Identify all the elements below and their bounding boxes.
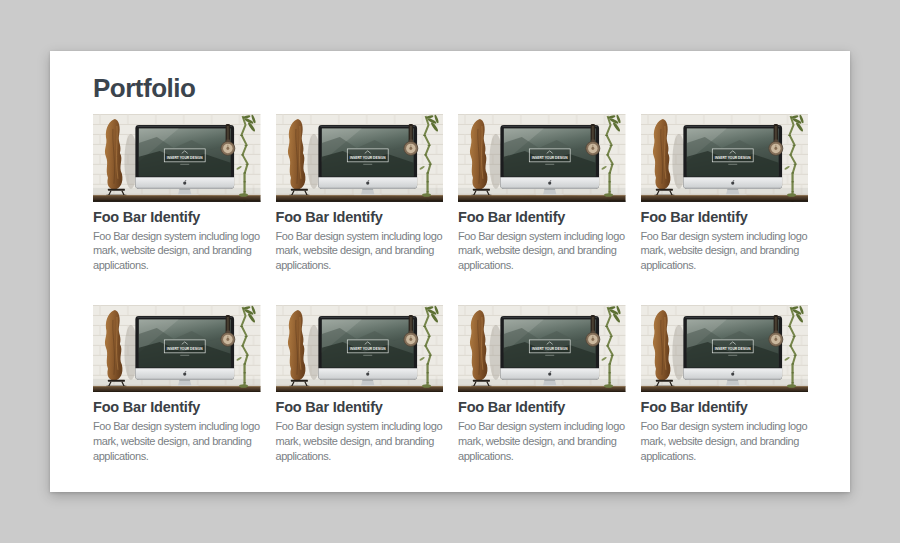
portfolio-item[interactable]: INSERT YOUR DESIGN Foo Bar Identify Foo … (458, 114, 626, 273)
portfolio-thumbnail[interactable]: INSERT YOUR DESIGN (641, 305, 809, 393)
imac-desk-mockup-image: INSERT YOUR DESIGN (93, 114, 261, 202)
portfolio-grid: INSERT YOUR DESIGN Foo Bar Identify Foo … (93, 114, 808, 463)
portfolio-thumbnail[interactable]: INSERT YOUR DESIGN (276, 305, 444, 393)
imac-desk-mockup-image: INSERT YOUR DESIGN (458, 305, 626, 393)
page-title: Portfolio (93, 73, 808, 104)
portfolio-item-title: Foo Bar Identify (93, 209, 261, 225)
portfolio-item-title: Foo Bar Identify (276, 399, 444, 415)
portfolio-item-title: Foo Bar Identify (641, 399, 809, 415)
portfolio-item-description: Foo Bar design system including logo mar… (93, 419, 261, 463)
content-card: Portfolio INSERT YOUR DESIGN Foo Bar Ide… (50, 51, 850, 492)
portfolio-item-description: Foo Bar design system including logo mar… (641, 419, 809, 463)
portfolio-item-description: Foo Bar design system including logo mar… (641, 229, 809, 273)
portfolio-item-title: Foo Bar Identify (458, 209, 626, 225)
imac-desk-mockup-image: INSERT YOUR DESIGN (93, 305, 261, 393)
portfolio-item[interactable]: INSERT YOUR DESIGN Foo Bar Identify Foo … (276, 305, 444, 464)
portfolio-item-title: Foo Bar Identify (276, 209, 444, 225)
screen-overlay-text: INSERT YOUR DESIGN (349, 345, 385, 350)
imac-desk-mockup-image: INSERT YOUR DESIGN (276, 114, 444, 202)
page-background: { "colors": { "page_background": "#cbcbc… (0, 0, 900, 543)
portfolio-item-description: Foo Bar design system including logo mar… (276, 419, 444, 463)
screen-overlay-text: INSERT YOUR DESIGN (532, 345, 568, 350)
portfolio-thumbnail[interactable]: INSERT YOUR DESIGN (93, 114, 261, 202)
portfolio-item[interactable]: INSERT YOUR DESIGN Foo Bar Identify Foo … (641, 114, 809, 273)
portfolio-item-title: Foo Bar Identify (641, 209, 809, 225)
screen-overlay-text: INSERT YOUR DESIGN (349, 155, 385, 160)
portfolio-item-title: Foo Bar Identify (93, 399, 261, 415)
portfolio-item[interactable]: INSERT YOUR DESIGN Foo Bar Identify Foo … (641, 305, 809, 464)
portfolio-thumbnail[interactable]: INSERT YOUR DESIGN (458, 114, 626, 202)
screen-overlay-text: INSERT YOUR DESIGN (167, 345, 203, 350)
portfolio-item-title: Foo Bar Identify (458, 399, 626, 415)
portfolio-item[interactable]: INSERT YOUR DESIGN Foo Bar Identify Foo … (93, 114, 261, 273)
portfolio-item-description: Foo Bar design system including logo mar… (276, 229, 444, 273)
portfolio-thumbnail[interactable]: INSERT YOUR DESIGN (641, 114, 809, 202)
portfolio-item-description: Foo Bar design system including logo mar… (458, 229, 626, 273)
screen-overlay-text: INSERT YOUR DESIGN (714, 155, 750, 160)
screen-overlay-text: INSERT YOUR DESIGN (167, 155, 203, 160)
portfolio-thumbnail[interactable]: INSERT YOUR DESIGN (458, 305, 626, 393)
portfolio-item[interactable]: INSERT YOUR DESIGN Foo Bar Identify Foo … (458, 305, 626, 464)
portfolio-item[interactable]: INSERT YOUR DESIGN Foo Bar Identify Foo … (93, 305, 261, 464)
portfolio-item-description: Foo Bar design system including logo mar… (458, 419, 626, 463)
imac-desk-mockup-image: INSERT YOUR DESIGN (276, 305, 444, 393)
imac-desk-mockup-image: INSERT YOUR DESIGN (458, 114, 626, 202)
portfolio-item-description: Foo Bar design system including logo mar… (93, 229, 261, 273)
portfolio-item[interactable]: INSERT YOUR DESIGN Foo Bar Identify Foo … (276, 114, 444, 273)
portfolio-thumbnail[interactable]: INSERT YOUR DESIGN (276, 114, 444, 202)
screen-overlay-text: INSERT YOUR DESIGN (714, 345, 750, 350)
portfolio-thumbnail[interactable]: INSERT YOUR DESIGN (93, 305, 261, 393)
screen-overlay-text: INSERT YOUR DESIGN (532, 155, 568, 160)
imac-desk-mockup-image: INSERT YOUR DESIGN (641, 114, 809, 202)
imac-desk-mockup-image: INSERT YOUR DESIGN (641, 305, 809, 393)
